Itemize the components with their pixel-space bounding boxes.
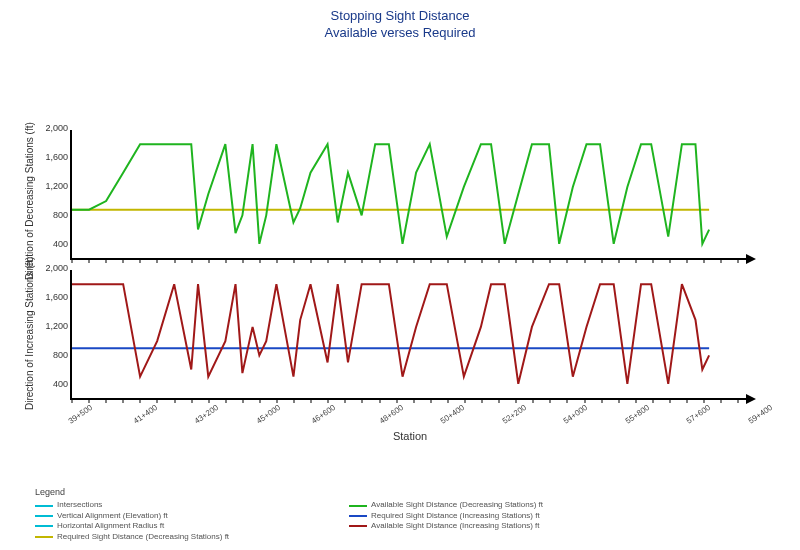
tickmark [464, 258, 465, 263]
tickmark [652, 398, 653, 403]
plot-area: 4008001,2001,6002,000 4008001,2001,6002,… [70, 130, 750, 400]
tickmark [567, 398, 568, 403]
tickmark [396, 258, 397, 263]
tickmark [259, 398, 260, 403]
tickmark [259, 258, 260, 263]
tickmark [413, 398, 414, 403]
title-line1: Stopping Sight Distance [0, 8, 800, 25]
tickmark [669, 258, 670, 263]
tickmark [345, 398, 346, 403]
tickmark [635, 258, 636, 263]
tickmark [328, 398, 329, 403]
tickmark [618, 398, 619, 403]
tickmark [157, 258, 158, 263]
ytick: 1,600 [45, 292, 72, 302]
tickmark [362, 398, 363, 403]
tickmark [208, 258, 209, 263]
tickmark [464, 398, 465, 403]
tickmark [482, 398, 483, 403]
legend-label: Vertical Alignment (Elevation) ft [57, 511, 168, 521]
legend-header: Legend [35, 487, 543, 499]
legend-label: Available Sight Distance (Decreasing Sta… [371, 500, 543, 510]
ytick: 2,000 [45, 263, 72, 273]
tickmark [584, 398, 585, 403]
legend-label: Horizontal Alignment Radius ft [57, 521, 164, 531]
tickmark [738, 258, 739, 263]
legend-swatch [35, 525, 53, 527]
panel-increasing: 4008001,2001,6002,00039+50041+40043+2004… [70, 270, 750, 400]
ytick: 800 [53, 350, 72, 360]
xtick: 50+400 [436, 398, 467, 426]
ytick: 1,600 [45, 152, 72, 162]
tickmark [687, 398, 688, 403]
x-axis-arrow [746, 254, 756, 264]
tickmark [225, 398, 226, 403]
tickmark [704, 258, 705, 263]
tickmark [601, 258, 602, 263]
tickmark [174, 258, 175, 263]
tickmark [499, 398, 500, 403]
legend-item: Available Sight Distance (Increasing Sta… [349, 521, 543, 531]
tickmark [430, 398, 431, 403]
tickmark [277, 258, 278, 263]
tickmark [533, 258, 534, 263]
tickmark [379, 398, 380, 403]
tickmark [140, 258, 141, 263]
tickmark [430, 258, 431, 263]
tickmark [447, 258, 448, 263]
ytick: 400 [53, 239, 72, 249]
legend-swatch [349, 525, 367, 527]
tickmark [567, 258, 568, 263]
xtick: 52+200 [497, 398, 528, 426]
tickmark [447, 398, 448, 403]
legend-label: Available Sight Distance (Increasing Sta… [371, 521, 539, 531]
tickmark [738, 398, 739, 403]
legend-label: Required Sight Distance (Increasing Stat… [371, 511, 540, 521]
ytick: 1,200 [45, 321, 72, 331]
panel-decreasing: 4008001,2001,6002,000 [70, 130, 750, 260]
tickmark [242, 258, 243, 263]
tickmark [311, 258, 312, 263]
legend-swatch [349, 515, 367, 517]
xtick: 43+200 [190, 398, 221, 426]
tickmark [225, 258, 226, 263]
ytick: 2,000 [45, 123, 72, 133]
tickmark [413, 258, 414, 263]
legend-item: Required Sight Distance (Decreasing Stat… [35, 532, 229, 542]
tickmark [106, 258, 107, 263]
tickmark [669, 398, 670, 403]
legend-item: Horizontal Alignment Radius ft [35, 521, 229, 531]
legend: Legend IntersectionsVertical Alignment (… [35, 487, 543, 542]
xlabel: Station [393, 430, 427, 442]
legend-swatch [35, 505, 53, 507]
legend-col-left: IntersectionsVertical Alignment (Elevati… [35, 500, 229, 542]
tickmark [106, 398, 107, 403]
tickmark [652, 258, 653, 263]
ytick: 400 [53, 379, 72, 389]
tickmark [157, 398, 158, 403]
title-line2: Available verses Required [0, 25, 800, 42]
tickmark [123, 398, 124, 403]
legend-item: Intersections [35, 500, 229, 510]
tickmark [396, 398, 397, 403]
tickmark [89, 258, 90, 263]
series-line [72, 144, 709, 244]
tickmark [123, 258, 124, 263]
ylabel-panel2: Direction of Increasing Stations (ft) [24, 257, 35, 410]
tickmark [294, 258, 295, 263]
plot-svg-1 [72, 130, 750, 258]
tickmark [516, 258, 517, 263]
tickmark [516, 398, 517, 403]
legend-swatch [35, 536, 53, 538]
tickmark [89, 398, 90, 403]
series-line [72, 284, 709, 384]
tickmark [499, 258, 500, 263]
tickmark [191, 398, 192, 403]
legend-swatch [35, 515, 53, 517]
tickmark [362, 258, 363, 263]
tickmark [482, 258, 483, 263]
plot-svg-2 [72, 270, 750, 398]
tickmark [140, 398, 141, 403]
legend-item: Available Sight Distance (Decreasing Sta… [349, 500, 543, 510]
ytick: 1,200 [45, 181, 72, 191]
